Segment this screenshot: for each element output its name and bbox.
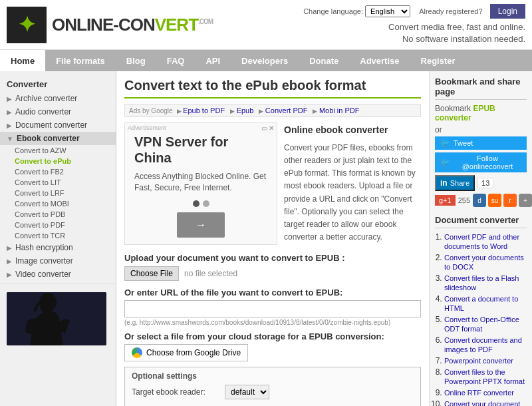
ad-dot-1[interactable] [193, 200, 200, 207]
reddit-icon[interactable]: r [503, 194, 517, 207]
bookmark-label: Bookmark [435, 104, 471, 113]
nav-home[interactable]: Home [0, 50, 45, 71]
language-select[interactable]: English German French [365, 5, 410, 17]
ad-bar: Ads by Google Epub to PDF Epub Convert P… [124, 104, 421, 117]
ad-arrow-button[interactable]: → [177, 212, 225, 238]
sidebar-label-document: Document converter [15, 120, 87, 130]
sidebar-sub-pdf[interactable]: Convert to PDF [0, 220, 116, 230]
doc-link-7[interactable]: Powerpoint converter [444, 357, 513, 365]
url-section: Or enter URL of the file you want to con… [124, 288, 421, 326]
nav-faq[interactable]: FAQ [156, 50, 196, 71]
doc-link-5[interactable]: Convert to Open-Office ODT format [444, 315, 519, 333]
sidebar-item-ebook[interactable]: ▼ Ebook converter [0, 132, 116, 145]
ad-dots [134, 200, 267, 207]
nav-developers[interactable]: Developers [231, 50, 299, 71]
ad-controls: ▭ ✕ [261, 124, 274, 132]
doc-link-3[interactable]: Convert files to a Flash slideshow [444, 274, 519, 292]
nav-blog[interactable]: Blog [116, 50, 156, 71]
arrow-icon: ▶ [7, 258, 12, 265]
tagline-line1: Convert media free, fast and online. [303, 21, 525, 33]
tweet-button[interactable]: 🐦 Tweet [435, 136, 527, 150]
sidebar-left: Converter ▶ Archive converter ▶ Audio co… [0, 71, 116, 406]
doc-link-6[interactable]: Convert documents and images to PDF [444, 336, 522, 353]
cloud-section: Or select a file from your cloud storage… [124, 331, 421, 361]
nav-api[interactable]: API [195, 50, 231, 71]
list-item: Convert files to a Flash slideshow [444, 274, 527, 292]
twitter-follow-icon: 🐦 [440, 158, 450, 167]
ad-minimize-icon[interactable]: ▭ [261, 124, 267, 132]
doc-link-4[interactable]: Convert a document to HTML [444, 295, 518, 312]
svg-point-2 [39, 293, 57, 311]
sidebar-item-image[interactable]: ▶ Image converter [0, 254, 116, 268]
url-hint: (e.g. http://www.smashwords.com/books/do… [124, 319, 421, 326]
sidebar-sub-azw[interactable]: Convert to AZW [0, 145, 116, 156]
nav-file-formats[interactable]: File formats [45, 50, 116, 71]
sidebar-sub-fb2[interactable]: Convert to FB2 [0, 166, 116, 177]
logo-text: ONLINE-CONVERT.COM [52, 14, 213, 35]
ad-link-mobi-pdf[interactable]: Mobi in PDF [313, 106, 359, 114]
nav-advertise[interactable]: Advertise [349, 50, 410, 71]
sidebar-label-image: Image converter [15, 256, 73, 266]
twitter-icon: 🐦 [440, 138, 450, 148]
target-reader-select[interactable]: default Kindle Nook Kobo [225, 385, 269, 399]
nav-donate[interactable]: Donate [299, 50, 349, 71]
share-button[interactable]: in Share [435, 175, 475, 191]
gplus-row: g+1 255 d su r + [435, 194, 527, 207]
choose-file-button[interactable]: Choose File [124, 266, 179, 281]
description-box: Online ebook converter Convert your PDF … [284, 122, 421, 245]
ad-close-icon[interactable]: ✕ [269, 124, 274, 132]
sidebar-item-audio[interactable]: ▶ Audio converter [0, 105, 116, 118]
login-button[interactable]: Login [490, 4, 525, 19]
already-registered-text: Already registered? [419, 7, 482, 15]
sidebar-item-archive[interactable]: ▶ Archive converter [0, 92, 116, 105]
extra-icon[interactable]: + [519, 194, 532, 207]
upload-section: Upload your document you want to convert… [124, 253, 421, 281]
sidebar-item-hash[interactable]: ▶ Hash encryption [0, 241, 116, 254]
list-item: Convert documents and images to PDF [444, 335, 527, 354]
ad-dot-2[interactable] [203, 200, 209, 207]
sidebar-label-ebook: Ebook converter [17, 134, 80, 143]
sidebar-sub-epub[interactable]: Convert to ePub [0, 156, 116, 166]
doc-link-2[interactable]: Convert your documents to DOCX [444, 254, 524, 271]
ad-link-epub-pdf[interactable]: Epub to PDF [177, 106, 225, 114]
list-item: Online RTF converter [444, 388, 527, 397]
list-item: Convert your document to text [444, 399, 527, 406]
ad-link-convert-pdf[interactable]: Convert PDF [259, 106, 307, 114]
sidebar-sub-mobi[interactable]: Convert to MOBI [0, 198, 116, 209]
main-layout: Converter ▶ Archive converter ▶ Audio co… [0, 71, 532, 406]
gdrive-icon [132, 347, 142, 358]
tagline-line2: No software installation needed. [303, 33, 525, 45]
social-icons-row: d su r + [473, 194, 532, 207]
doc-converter-list: Convert PDF and other documents to Word … [435, 232, 527, 406]
digg-icon[interactable]: d [473, 194, 486, 207]
gdrive-button[interactable]: Choose from Google Drive [124, 344, 248, 361]
sidebar-sub-lit[interactable]: Convert to LIT [0, 177, 116, 188]
sidebar-illustration [7, 292, 106, 345]
ad-btn-area: → [134, 212, 267, 238]
sidebar-item-document[interactable]: ▶ Document converter [0, 118, 116, 132]
sidebar-sub-pdb[interactable]: Convert to PDB [0, 209, 116, 220]
sidebar-right: Bookmark and share page Bookmark EPUB co… [429, 71, 532, 406]
ad-link-epub[interactable]: Epub [230, 106, 253, 114]
doc-link-9[interactable]: Online RTF converter [444, 389, 514, 397]
gplus-button[interactable]: g+1 [435, 195, 456, 206]
follow-button[interactable]: 🐦 Follow @onlineconvert [435, 152, 527, 172]
sidebar-item-video[interactable]: ▶ Video converter [0, 268, 116, 281]
sidebar-sub-tcr[interactable]: Convert to TCR [0, 230, 116, 241]
tweet-label: Tweet [454, 139, 473, 147]
logo-box: ✦ [7, 7, 47, 43]
url-input[interactable] [124, 300, 421, 317]
linkedin-icon: in [440, 178, 448, 188]
nav-register[interactable]: Register [410, 50, 466, 71]
sidebar-sub-lrf[interactable]: Convert to LRF [0, 188, 116, 198]
doc-link-1[interactable]: Convert PDF and other documents to Word [444, 233, 519, 250]
doc-link-8[interactable]: Convert files to the Powerpoint PPTX for… [444, 368, 525, 385]
ad-advertisement-label: Advertisement [128, 124, 166, 131]
doc-link-10[interactable]: Convert your document to text [444, 400, 520, 406]
logo-figure: ✦ [18, 12, 36, 37]
optional-settings: Optional settings Target ebook reader: d… [124, 367, 421, 406]
header: ✦ ONLINE-CONVERT.COM Change language: En… [0, 0, 532, 50]
ad-box: Advertisement ▭ ✕ VPN Server for China A… [124, 122, 277, 245]
su-icon[interactable]: su [488, 194, 501, 207]
navigation: Home File formats Blog FAQ API Developer… [0, 50, 532, 71]
